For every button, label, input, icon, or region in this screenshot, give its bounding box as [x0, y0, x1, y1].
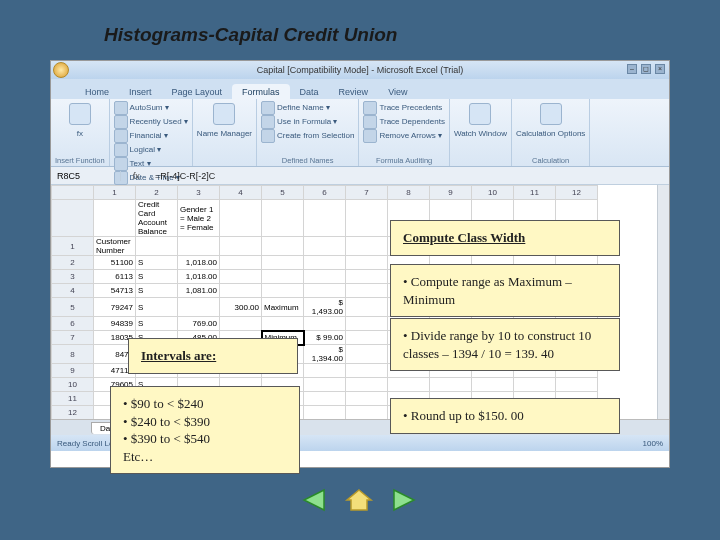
cell[interactable]: [514, 378, 556, 392]
cell[interactable]: S: [136, 270, 178, 284]
col-header[interactable]: 5: [262, 186, 304, 200]
cell[interactable]: 769.00: [178, 317, 220, 331]
ribbon-big-label[interactable]: Name Manager: [197, 127, 252, 140]
cell[interactable]: [94, 200, 136, 237]
row-header[interactable]: 9: [52, 364, 94, 378]
cell[interactable]: [346, 345, 388, 364]
prev-button[interactable]: [296, 485, 330, 515]
cell[interactable]: 1,018.00: [178, 270, 220, 284]
scrollbar-vertical[interactable]: [657, 185, 669, 419]
tab-home[interactable]: Home: [75, 84, 119, 99]
ribbon-big-label[interactable]: fx: [55, 127, 105, 140]
row-header[interactable]: 10: [52, 378, 94, 392]
cell[interactable]: [304, 237, 346, 256]
cell[interactable]: [220, 256, 262, 270]
cell[interactable]: [220, 237, 262, 256]
cell[interactable]: S: [136, 317, 178, 331]
cell[interactable]: [430, 378, 472, 392]
cell[interactable]: [262, 284, 304, 298]
cell[interactable]: 94839: [94, 317, 136, 331]
minimize-icon[interactable]: –: [627, 64, 637, 74]
office-button[interactable]: [53, 62, 69, 78]
ribbon-big-icon[interactable]: [469, 103, 491, 125]
row-header[interactable]: 1: [52, 237, 94, 256]
cell[interactable]: [388, 378, 430, 392]
cell[interactable]: 300.00: [220, 298, 262, 317]
cell[interactable]: Customer Number: [94, 237, 136, 256]
tab-data[interactable]: Data: [290, 84, 329, 99]
cell[interactable]: [346, 392, 388, 406]
cell[interactable]: [304, 270, 346, 284]
row-header[interactable]: [52, 200, 94, 237]
ribbon-big-label[interactable]: Calculation Options: [516, 127, 585, 140]
ribbon-item[interactable]: Financial ▾: [114, 129, 188, 143]
cell[interactable]: [346, 237, 388, 256]
cell[interactable]: [304, 392, 346, 406]
cell[interactable]: [262, 200, 304, 237]
cell[interactable]: S: [136, 284, 178, 298]
row-header[interactable]: 3: [52, 270, 94, 284]
cell[interactable]: [220, 284, 262, 298]
ribbon-item[interactable]: Create from Selection: [261, 129, 354, 143]
formula-input[interactable]: =R[-4]C-R[-2]C: [151, 171, 669, 181]
cell[interactable]: S: [136, 298, 178, 317]
col-header[interactable]: [52, 186, 94, 200]
ribbon-item[interactable]: Trace Precedents: [363, 101, 445, 115]
cell[interactable]: [136, 237, 178, 256]
row-header[interactable]: 4: [52, 284, 94, 298]
col-header[interactable]: 7: [346, 186, 388, 200]
cell[interactable]: Gender 1 = Male 2 = Female: [178, 200, 220, 237]
fx-icon[interactable]: fx: [121, 171, 151, 181]
ribbon-item[interactable]: Remove Arrows ▾: [363, 129, 445, 143]
cell[interactable]: [346, 200, 388, 237]
cell[interactable]: [346, 364, 388, 378]
ribbon-big-icon[interactable]: [540, 103, 562, 125]
cell[interactable]: [304, 200, 346, 237]
cell[interactable]: $ 1,394.00: [304, 345, 346, 364]
row-header[interactable]: 11: [52, 392, 94, 406]
cell[interactable]: [472, 378, 514, 392]
row-header[interactable]: 2: [52, 256, 94, 270]
col-header[interactable]: 2: [136, 186, 178, 200]
name-box[interactable]: R8C5: [51, 171, 121, 181]
cell[interactable]: [304, 364, 346, 378]
row-header[interactable]: 8: [52, 345, 94, 364]
cell[interactable]: 1,081.00: [178, 284, 220, 298]
cell[interactable]: [304, 378, 346, 392]
cell[interactable]: [346, 331, 388, 345]
cell[interactable]: [220, 200, 262, 237]
next-button[interactable]: [388, 485, 422, 515]
col-header[interactable]: 10: [472, 186, 514, 200]
tab-insert[interactable]: Insert: [119, 84, 162, 99]
cell[interactable]: [346, 406, 388, 420]
cell[interactable]: [346, 298, 388, 317]
cell[interactable]: [304, 256, 346, 270]
maximize-icon[interactable]: ◻: [641, 64, 651, 74]
cell[interactable]: [262, 270, 304, 284]
ribbon-item[interactable]: AutoSum ▾: [114, 101, 188, 115]
ribbon-big-label[interactable]: Watch Window: [454, 127, 507, 140]
row-header[interactable]: 6: [52, 317, 94, 331]
cell[interactable]: [262, 237, 304, 256]
cell[interactable]: $ 1,493.00: [304, 298, 346, 317]
ribbon-item[interactable]: Logical ▾: [114, 143, 188, 157]
ribbon-item[interactable]: Text ▾: [114, 157, 188, 171]
cell[interactable]: [346, 378, 388, 392]
col-header[interactable]: 4: [220, 186, 262, 200]
ribbon-item[interactable]: Recently Used ▾: [114, 115, 188, 129]
cell[interactable]: [346, 317, 388, 331]
cell[interactable]: [346, 256, 388, 270]
cell[interactable]: [304, 284, 346, 298]
row-header[interactable]: 7: [52, 331, 94, 345]
cell[interactable]: [178, 237, 220, 256]
tab-formulas[interactable]: Formulas: [232, 84, 290, 99]
home-button[interactable]: [342, 485, 376, 515]
cell[interactable]: $ 99.00: [304, 331, 346, 345]
cell[interactable]: [178, 298, 220, 317]
cell[interactable]: 54713: [94, 284, 136, 298]
cell[interactable]: [304, 406, 346, 420]
cell[interactable]: [346, 284, 388, 298]
col-header[interactable]: 6: [304, 186, 346, 200]
zoom-label[interactable]: 100%: [643, 439, 663, 448]
cell[interactable]: [262, 256, 304, 270]
